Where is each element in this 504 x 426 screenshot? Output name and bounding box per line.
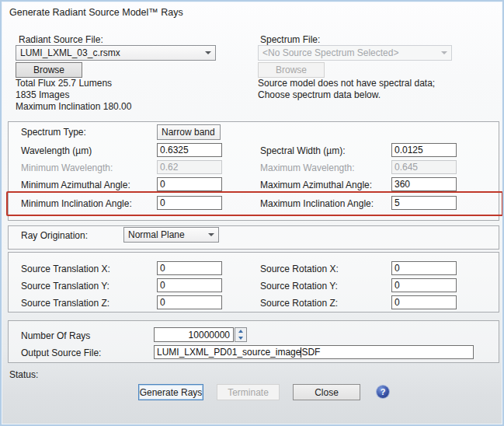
spectrum-browse-button[interactable]: Browse <box>258 62 325 78</box>
min-inclination-input[interactable] <box>157 196 222 210</box>
rotation-y-input[interactable] <box>391 278 457 292</box>
output-source-file-label: Output Source File: <box>21 347 101 358</box>
rotation-x-input[interactable] <box>391 261 457 275</box>
spectral-width-label: Spectral Width (µm): <box>260 145 346 156</box>
translation-y-label: Source Translation Y: <box>21 281 109 292</box>
spectrum-type-value: Narrow band <box>162 127 215 138</box>
spinner-up-icon[interactable] <box>235 328 246 335</box>
output-source-file-input[interactable]: LUMI_LXML_PD01_source_image SDF <box>154 345 474 359</box>
radiant-source-file-value: LUMI_LXML_03_c.rsmx <box>20 47 120 58</box>
min-inclination-label: Minimum Inclination Angle: <box>21 198 132 209</box>
help-icon[interactable]: ? <box>377 386 389 398</box>
max-azimuthal-input[interactable] <box>391 177 457 191</box>
radiant-source-file-select[interactable]: LUMI_LXML_03_c.rsmx <box>16 45 216 61</box>
spectrum-type-label: Spectrum Type: <box>21 127 86 138</box>
spectrum-file-label: Spectrum File: <box>260 34 320 45</box>
chevron-down-icon <box>441 51 447 54</box>
ray-origination-label: Ray Origination: <box>21 230 88 241</box>
spectrum-file-select[interactable]: <No Source Spectrum Selected> <box>258 45 452 61</box>
rotation-y-label: Source Rotation Y: <box>260 281 338 292</box>
output-file-text-after-caret: SDF <box>301 347 320 358</box>
min-wavelength-input[interactable] <box>157 160 222 174</box>
rotation-x-label: Source Rotation X: <box>260 264 339 274</box>
max-wavelength-label: Maximum Wavelength: <box>260 162 355 173</box>
translation-x-label: Source Translation X: <box>21 264 110 274</box>
min-azimuthal-label: Minimum Azimuthal Angle: <box>21 180 130 190</box>
status-label: Status: <box>9 369 38 380</box>
spectrum-type-select[interactable]: Narrow band <box>157 124 221 140</box>
chevron-down-icon <box>220 131 221 134</box>
chevron-down-icon <box>205 51 211 54</box>
wavelength-input[interactable] <box>157 143 222 157</box>
output-file-text-before-caret: LUMI_LXML_PD01_source_image <box>157 347 301 358</box>
min-azimuthal-input[interactable] <box>157 177 222 191</box>
number-of-rays-label: Number Of Rays <box>21 330 90 341</box>
max-wavelength-input[interactable] <box>391 160 457 174</box>
spectral-warning-line2: Choose spectrum data below. <box>258 89 435 101</box>
rotation-z-label: Source Rotation Z: <box>260 298 338 309</box>
spectral-warning-line1: Source model does not have spectral data… <box>258 78 435 89</box>
spectrum-file-value: <No Source Spectrum Selected> <box>262 47 398 58</box>
ray-origination-value: Normal Plane <box>128 229 185 240</box>
translation-z-input[interactable] <box>157 295 222 309</box>
image-count-text: 1835 Images <box>16 89 131 101</box>
translation-x-input[interactable] <box>157 261 222 275</box>
max-inclination-input[interactable] <box>391 196 457 210</box>
max-inclination-label: Maximum Inclination Angle: <box>260 198 374 209</box>
rotation-z-input[interactable] <box>391 295 457 309</box>
radiant-source-file-label: Radiant Source File: <box>19 34 103 45</box>
wavelength-label: Wavelength (µm) <box>21 145 92 156</box>
dialog-title: Generate Radiant Source Model™ Rays <box>9 7 183 18</box>
close-button[interactable]: Close <box>293 384 360 400</box>
ray-origination-select[interactable]: Normal Plane <box>123 227 219 243</box>
terminate-button[interactable]: Terminate <box>217 384 280 400</box>
chevron-down-icon <box>208 233 214 236</box>
spectral-width-input[interactable] <box>391 143 457 157</box>
radiant-source-browse-button[interactable]: Browse <box>16 62 82 78</box>
number-of-rays-stepper[interactable] <box>235 327 247 342</box>
translation-y-input[interactable] <box>157 278 222 292</box>
total-flux-text: Total Flux 25.7 Lumens <box>16 78 131 89</box>
translation-z-label: Source Translation Z: <box>21 298 109 309</box>
generate-rsm-rays-dialog: Generate Radiant Source Model™ Rays Radi… <box>0 0 504 426</box>
min-wavelength-label: Minimum Wavelength: <box>21 162 113 173</box>
number-of-rays-input[interactable] <box>154 327 234 342</box>
max-inclination-text: Maximum Inclination 180.00 <box>16 101 131 113</box>
spinner-down-icon[interactable] <box>235 335 246 342</box>
generate-rays-button[interactable]: Generate Rays <box>138 384 203 400</box>
max-azimuthal-label: Maximum Azimuthal Angle: <box>260 180 372 190</box>
